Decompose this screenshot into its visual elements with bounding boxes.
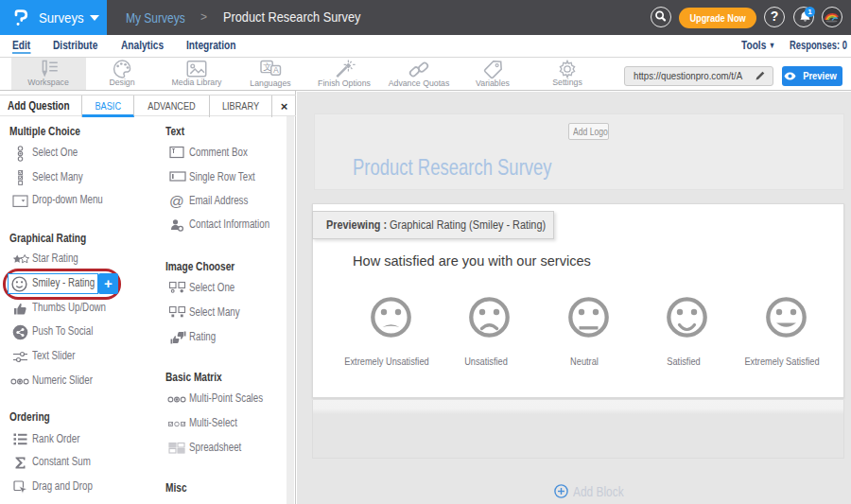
svg-text:A: A bbox=[273, 65, 279, 75]
svg-text:@: @ bbox=[169, 193, 184, 209]
svg-text:文: 文 bbox=[263, 62, 271, 72]
